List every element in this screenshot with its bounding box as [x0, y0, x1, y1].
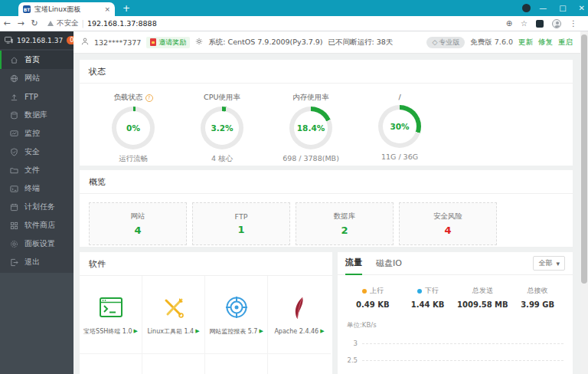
profile-avatar[interactable]: [552, 19, 561, 28]
sidebar-server-header[interactable]: 192.168.1.37 0: [0, 31, 74, 49]
sidebar-item-label: 监控: [24, 128, 40, 139]
traffic-filter-select[interactable]: 全部 ▾: [533, 256, 565, 271]
sidebar-item-task[interactable]: 计划任务: [0, 198, 74, 216]
sidebar-item-label: 退出: [24, 257, 40, 267]
update-link[interactable]: 更新: [518, 38, 533, 48]
overview-card-3[interactable]: 安全风险4: [399, 202, 497, 245]
apache-icon: [286, 295, 312, 321]
software-item-site-monitor[interactable]: 网站监控报表 5.7 ▶: [205, 276, 268, 354]
gauge-label: CPU使用率: [204, 93, 240, 103]
restart-link[interactable]: 重启: [558, 38, 573, 48]
sidebar-item-shield[interactable]: 安全: [0, 143, 74, 161]
play-icon[interactable]: ▶: [134, 328, 138, 334]
gauge-label: /: [398, 93, 400, 101]
help-icon[interactable]: ?: [145, 94, 153, 102]
status-title: 状态: [80, 60, 573, 84]
overview-card-value: 4: [444, 225, 451, 236]
system-info[interactable]: 系统: CentOS 7.9.2009(Py3.7.9): [208, 38, 322, 48]
tab-close-icon[interactable]: ×: [104, 5, 110, 13]
software-item-apache[interactable]: Apache 2.4.46 ▶: [268, 276, 331, 354]
gauge-subtext: 698 / 3788(MB): [283, 154, 339, 162]
back-icon[interactable]: ←: [0, 18, 14, 28]
settings-icon: [10, 240, 18, 248]
sidebar-item-logout[interactable]: 退出: [0, 253, 74, 271]
sidebar-item-home[interactable]: 首页: [0, 51, 74, 69]
sidebar-item-settings[interactable]: 面板设置: [0, 235, 74, 253]
overview-card-0[interactable]: 网站4: [89, 202, 187, 245]
repair-link[interactable]: 修复: [538, 38, 553, 48]
bookmark-star-icon[interactable]: ☆: [521, 19, 528, 28]
sidebar-item-terminal[interactable]: 终端: [0, 179, 74, 198]
legend-dot: [417, 289, 422, 294]
software-item-linux-toolbox[interactable]: Linux工具箱 1.4 ▶: [142, 276, 205, 354]
sidebar-item-upload[interactable]: FTP: [0, 87, 74, 106]
invite-reward-badge[interactable]: 邀请奖励: [146, 37, 190, 48]
traffic-stat-0: 上行 0.49 KB: [345, 286, 400, 309]
traffic-stat-label: 上行: [370, 286, 384, 296]
sidebar-item-folder[interactable]: 文件: [0, 161, 74, 179]
globe-icon: [10, 74, 18, 83]
gauge-label: 负载状态: [114, 93, 143, 103]
overview-card-label: 网站: [131, 212, 145, 221]
overview-card-1[interactable]: FTP1: [192, 202, 290, 245]
new-tab-button[interactable]: +: [122, 3, 130, 14]
play-icon[interactable]: ▶: [259, 328, 263, 334]
sidebar-item-label: 安全: [24, 146, 40, 157]
software-item-nodejs[interactable]: JS: [268, 354, 331, 374]
gauge-ring: 3.2%: [201, 107, 243, 149]
zoom-indicator-icon[interactable]: ⊕: [506, 19, 512, 28]
traffic-stat-value: 3.99 GB: [521, 300, 554, 309]
forward-icon[interactable]: →: [14, 18, 28, 28]
red-envelope-icon: [150, 38, 156, 46]
sidebar-item-label: 计划任务: [24, 202, 55, 212]
username[interactable]: 132****7377: [94, 38, 141, 47]
traffic-stat-value: 1009.58 MB: [457, 300, 508, 309]
software-item-bt-ssh-terminal[interactable]: 宝塔SSH终端 1.0 ▶: [80, 276, 142, 354]
sidebar: 192.168.1.37 0 首页网站FTP数据库监控安全文件终端计划任务软件商…: [0, 31, 74, 374]
traffic-panel: 流量 磁盘IO 全部 ▾ 上行 0.49 KB下行 1.44 KB总发送 100…: [338, 252, 573, 374]
browser-tab[interactable]: BT 宝塔Linux面板 ×: [18, 2, 115, 16]
monitor-icon: [10, 130, 18, 138]
address-bar[interactable]: 不安全 | 192.168.1.37:8888: [47, 18, 506, 28]
traffic-stat-2: 总发送 1009.58 MB: [456, 286, 511, 309]
software-item-phpmyadmin[interactable]: [205, 354, 268, 374]
window-maximize-button[interactable]: □: [559, 4, 566, 12]
tab-title: 宝塔Linux面板: [34, 5, 100, 15]
linux-toolbox-icon: [161, 294, 187, 320]
traffic-stat-3: 总接收 3.99 GB: [510, 286, 565, 309]
gauge-label: 内存使用率: [292, 93, 329, 103]
sidebar-item-label: 数据库: [24, 110, 47, 120]
software-item-pure-ftpd[interactable]: [142, 354, 205, 374]
play-icon[interactable]: ▶: [320, 328, 324, 334]
pro-version-badge[interactable]: ◇ 专业版: [426, 37, 465, 48]
home-icon: [10, 56, 18, 64]
traffic-stat-label: 下行: [425, 286, 439, 296]
page-scrollbar[interactable]: [580, 31, 588, 374]
terminal-icon: [10, 185, 18, 193]
play-icon[interactable]: ▶: [195, 328, 199, 334]
sidebar-item-label: 首页: [24, 54, 40, 65]
browser-menu-icon[interactable]: ⋮: [570, 19, 577, 28]
sidebar-item-database[interactable]: 数据库: [0, 106, 74, 124]
tab-traffic[interactable]: 流量: [345, 252, 362, 275]
extensions-icon[interactable]: [536, 20, 544, 28]
traffic-stat-value: 0.49 KB: [356, 300, 390, 309]
window-minimize-button[interactable]: —: [539, 4, 547, 12]
sidebar-item-monitor[interactable]: 监控: [0, 124, 74, 143]
folder-icon: [10, 166, 18, 175]
overview-card-2[interactable]: 数据库2: [296, 202, 394, 245]
upload-icon: [10, 93, 18, 101]
chart-unit-label: 单位:KB/s: [338, 309, 573, 330]
sidebar-item-store[interactable]: 软件商店: [0, 216, 74, 235]
logout-icon: [10, 258, 18, 267]
software-item-label: 宝塔SSH终端 1.0 ▶: [83, 327, 138, 336]
window-close-button[interactable]: ✕: [579, 4, 585, 12]
scrollbar-thumb[interactable]: [581, 34, 587, 284]
ytick: 3: [342, 340, 358, 347]
sidebar-item-globe[interactable]: 网站: [0, 69, 74, 87]
software-item-mysql[interactable]: [80, 354, 142, 374]
sidebar-menu: 首页网站FTP数据库监控安全文件终端计划任务软件商店面板设置退出: [0, 49, 74, 273]
tab-disk-io[interactable]: 磁盘IO: [376, 252, 402, 275]
reload-icon[interactable]: ↻: [28, 18, 41, 28]
browser-toolbar: ← → ↻ 不安全 | 192.168.1.37:8888 ⊕ ☆ ⋮: [0, 16, 588, 31]
